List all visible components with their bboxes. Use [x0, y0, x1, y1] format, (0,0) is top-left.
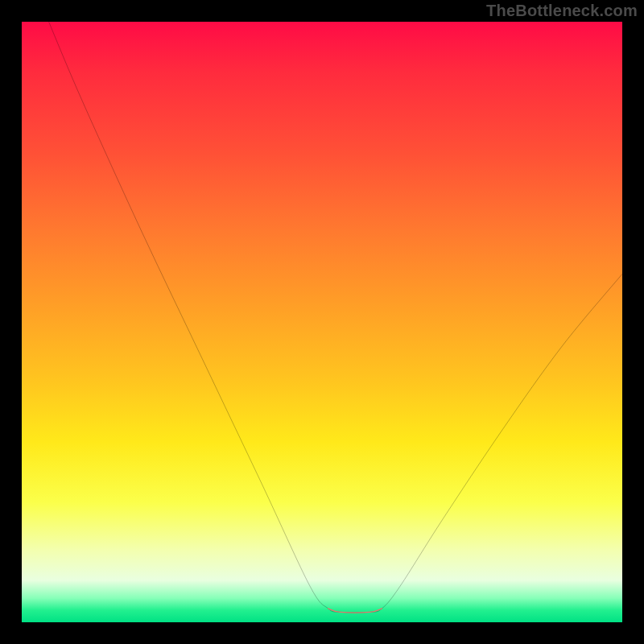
highlight-curve: [328, 609, 382, 613]
plot-area: [22, 22, 622, 622]
curve-layer: [22, 22, 622, 622]
watermark-text: TheBottleneck.com: [486, 2, 638, 20]
main-curve: [49, 22, 622, 613]
chart-frame: TheBottleneck.com: [0, 0, 644, 644]
